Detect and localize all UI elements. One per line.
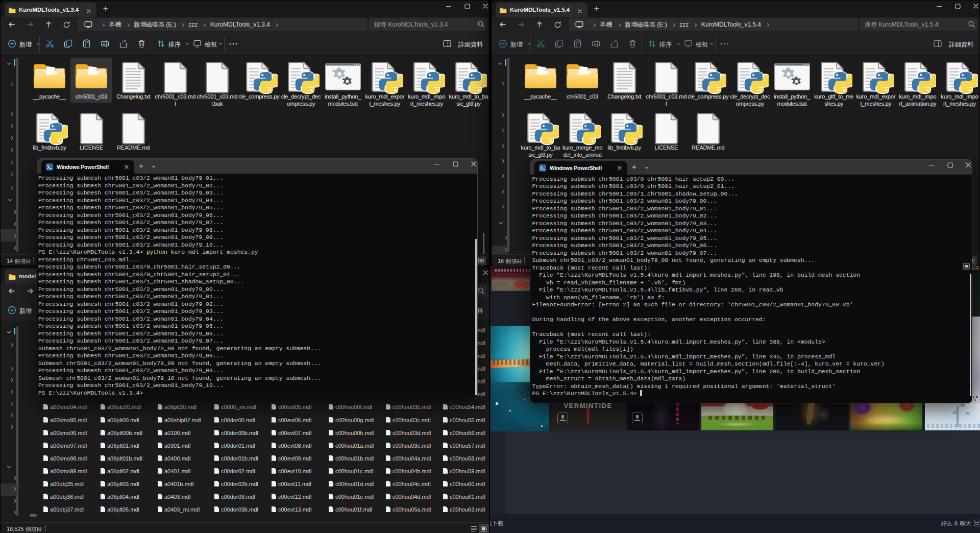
- svg-text:A: A: [594, 42, 597, 46]
- svg-text:A: A: [103, 42, 106, 46]
